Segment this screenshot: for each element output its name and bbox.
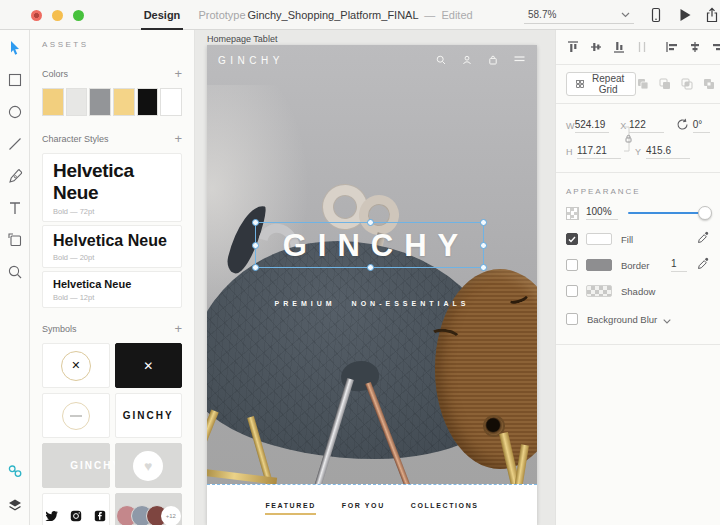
color-swatch[interactable]: [66, 88, 88, 116]
align-left-icon[interactable]: [665, 40, 679, 54]
rotation-input[interactable]: 0°: [693, 119, 710, 133]
rectangle-tool-icon[interactable]: [7, 72, 23, 88]
align-middle-icon[interactable]: [589, 40, 603, 54]
assets-panel-icon[interactable]: [7, 463, 23, 479]
background-blur-checkbox[interactable]: [566, 313, 578, 325]
selection-handle[interactable]: [480, 219, 487, 226]
selection-handle[interactable]: [252, 264, 259, 271]
user-icon[interactable]: [462, 55, 472, 65]
artboard-homepage-tablet[interactable]: GINCHY GINCHY: [207, 45, 537, 525]
select-tool-icon[interactable]: [7, 40, 23, 56]
layers-panel-icon[interactable]: [7, 497, 23, 513]
tab-for-you[interactable]: FOR YOU: [342, 502, 385, 509]
shadow-checkbox[interactable]: [566, 285, 578, 297]
add-character-style-button[interactable]: +: [174, 134, 182, 144]
y-input[interactable]: 415.6: [646, 145, 690, 159]
search-icon[interactable]: [436, 55, 446, 65]
preview-on-device-button[interactable]: [648, 7, 664, 23]
selection-handle[interactable]: [252, 242, 259, 249]
distribute-vertical-icon[interactable]: [635, 40, 649, 54]
character-style-item[interactable]: Helvetica Neue Bold — 12pt: [42, 271, 182, 308]
bag-icon[interactable]: [488, 55, 498, 65]
eyedropper-icon[interactable]: [697, 256, 710, 274]
desktop-preview-button[interactable]: [677, 7, 693, 23]
line-tool-icon[interactable]: [7, 136, 23, 152]
selection-handle[interactable]: [367, 264, 374, 271]
zoom-tool-icon[interactable]: [7, 264, 23, 280]
tab-collections[interactable]: COLLECTIONS: [411, 502, 479, 509]
symbol-logo-light-text[interactable]: GINCHY: [42, 443, 110, 488]
selection-handle[interactable]: [480, 264, 487, 271]
menu-icon[interactable]: [514, 55, 525, 63]
symbol-logo-dark-text[interactable]: GINCHY: [115, 393, 183, 438]
opacity-input[interactable]: 100%: [586, 206, 618, 220]
artboard-name[interactable]: Homepage Tablet: [207, 34, 277, 44]
symbol-favorite[interactable]: ♥: [115, 443, 183, 488]
zoom-level-value: 58.7%: [528, 9, 556, 20]
boolean-subtract-icon[interactable]: [658, 77, 672, 91]
symbol-close-dark[interactable]: ✕: [115, 343, 183, 388]
symbols-section-label: Symbols: [42, 324, 77, 334]
character-style-item[interactable]: Helvetica Neue Bold — 20pt: [42, 225, 182, 268]
align-bottom-icon[interactable]: [612, 40, 626, 54]
fill-color-swatch[interactable]: [586, 233, 612, 245]
eyedropper-icon[interactable]: [697, 230, 710, 248]
symbol-close-ring[interactable]: ✕: [42, 343, 110, 388]
boolean-exclude-icon[interactable]: [702, 77, 716, 91]
align-right-icon[interactable]: [711, 40, 720, 54]
design-canvas[interactable]: Homepage Tablet: [195, 30, 555, 525]
zoom-level-control[interactable]: 58.7%: [524, 6, 634, 24]
artboard-nav-logo[interactable]: GINCHY: [218, 55, 284, 66]
color-swatch[interactable]: [42, 88, 64, 116]
character-styles-section-label: Character Styles: [42, 134, 109, 144]
tool-rail: [0, 30, 30, 525]
opacity-slider[interactable]: [628, 206, 710, 220]
pen-tool-icon[interactable]: [7, 168, 23, 184]
boolean-add-icon[interactable]: [636, 77, 650, 91]
text-tool-icon[interactable]: [7, 200, 23, 216]
color-swatch[interactable]: [113, 88, 135, 116]
align-top-icon[interactable]: [566, 40, 580, 54]
symbol-badge-ring[interactable]: [42, 393, 110, 438]
height-input[interactable]: 117.21: [577, 145, 621, 159]
add-color-button[interactable]: +: [174, 69, 182, 79]
shadow-swatch[interactable]: [586, 285, 612, 297]
color-swatch[interactable]: [137, 88, 159, 116]
share-button[interactable]: [704, 7, 720, 23]
selection-handle[interactable]: [252, 219, 259, 226]
selection-handle[interactable]: [480, 242, 487, 249]
assets-panel: ASSETS Colors + Character Styles + Helve…: [30, 30, 195, 525]
avatars-more-count: +12: [161, 506, 181, 525]
border-width-input[interactable]: 1: [671, 258, 687, 272]
ellipse-tool-icon[interactable]: [7, 104, 23, 120]
symbol-avatars[interactable]: +12: [115, 493, 183, 525]
artboard-tool-icon[interactable]: [7, 232, 23, 248]
repeat-grid-icon: [576, 78, 584, 90]
height-label: H: [566, 147, 577, 157]
width-input[interactable]: 524.19: [575, 119, 610, 133]
add-symbol-button[interactable]: +: [174, 324, 182, 334]
border-color-swatch[interactable]: [586, 259, 612, 271]
fill-checkbox[interactable]: [566, 233, 578, 245]
color-swatch[interactable]: [89, 88, 111, 116]
lock-aspect-ratio-icon[interactable]: [622, 126, 632, 156]
hero-title-text: GINCHY: [256, 223, 485, 269]
align-center-icon[interactable]: [688, 40, 702, 54]
hero-subtitle-text[interactable]: PREMIUM NON-ESSENTIALS: [207, 300, 537, 307]
x-input[interactable]: 122: [629, 119, 664, 133]
assets-panel-title: ASSETS: [42, 40, 182, 49]
border-checkbox[interactable]: [566, 259, 578, 271]
border-label: Border: [621, 260, 650, 271]
opacity-slider-handle[interactable]: [698, 206, 712, 220]
repeat-grid-button[interactable]: Repeat Grid: [566, 72, 636, 96]
character-style-item[interactable]: Helvetica Neue Bold — 72pt: [42, 153, 182, 222]
selection-handle[interactable]: [367, 219, 374, 226]
color-swatch[interactable]: [160, 88, 182, 116]
hero-image[interactable]: GINCHY GINCHY: [207, 45, 537, 484]
chevron-down-icon: [621, 12, 630, 18]
symbol-social-icons[interactable]: [42, 493, 110, 525]
boolean-intersect-icon[interactable]: [680, 77, 694, 91]
selected-text-layer[interactable]: GINCHY: [255, 222, 484, 268]
chevron-down-icon[interactable]: [663, 310, 671, 328]
tab-featured[interactable]: FEATURED: [265, 502, 315, 509]
